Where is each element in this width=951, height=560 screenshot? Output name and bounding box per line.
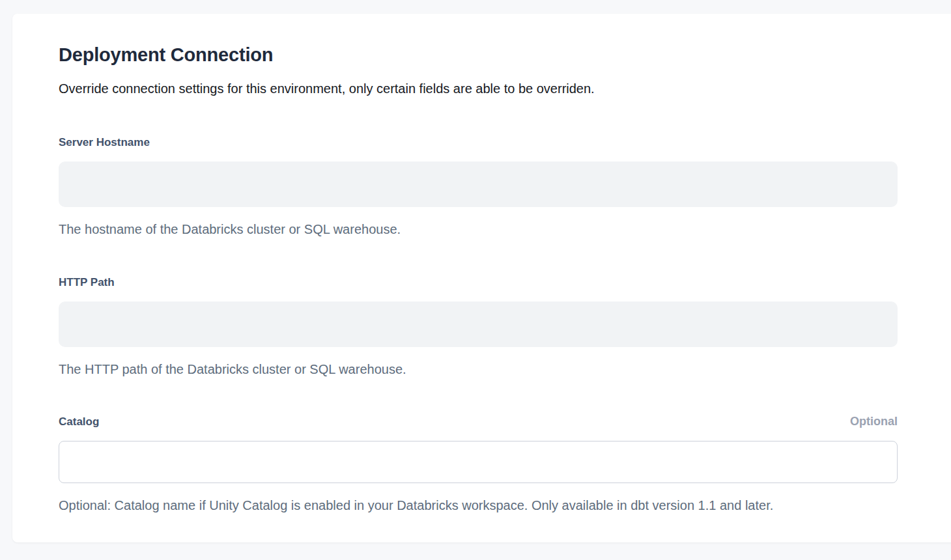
server-hostname-input [59,161,898,207]
page-title: Deployment Connection [59,42,898,67]
server-hostname-help-text: The hostname of the Databricks cluster o… [59,221,898,238]
field-group-http-path: HTTP Path The HTTP path of the Databrick… [59,275,898,378]
server-hostname-label: Server Hostname [59,135,150,150]
field-group-server-hostname: Server Hostname The hostname of the Data… [59,135,898,238]
deployment-connection-card: Deployment Connection Override connectio… [12,14,951,542]
label-row: Catalog Optional [59,414,898,429]
card-content: Deployment Connection Override connectio… [12,14,898,514]
page-subtitle: Override connection settings for this en… [59,80,898,98]
http-path-help-text: The HTTP path of the Databricks cluster … [59,361,898,378]
label-row: Server Hostname [59,135,898,150]
catalog-input[interactable] [59,441,898,483]
field-group-catalog: Catalog Optional Optional: Catalog name … [59,414,898,514]
http-path-label: HTTP Path [59,275,115,290]
http-path-input [59,301,898,347]
catalog-label: Catalog [59,415,99,429]
catalog-help-text: Optional: Catalog name if Unity Catalog … [59,497,898,514]
optional-badge: Optional [850,414,898,428]
label-row: HTTP Path [59,275,898,290]
